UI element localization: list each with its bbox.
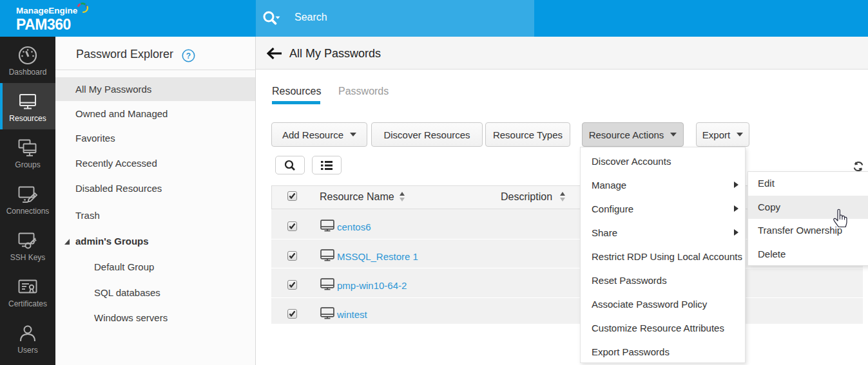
svg-text:?: ? bbox=[186, 51, 191, 61]
